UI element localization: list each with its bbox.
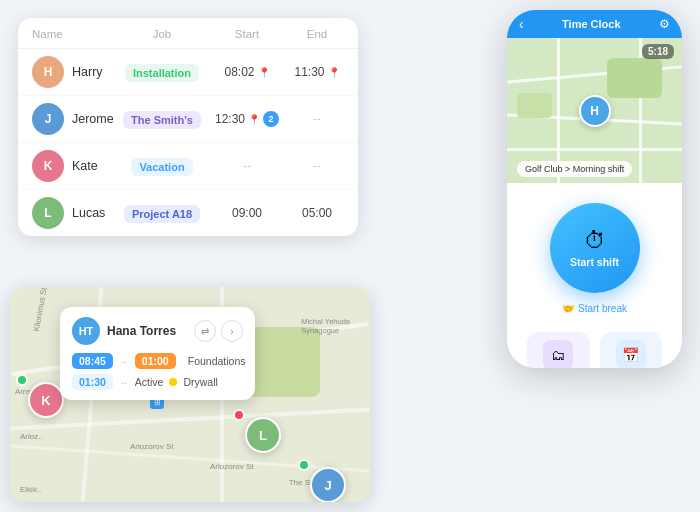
- arrow-icon: →: [119, 377, 129, 388]
- table-row: L Lucas Project A18 09:00 05:00 08:00: [18, 190, 358, 236]
- employee-name: Kate: [72, 159, 98, 173]
- start-shift-label: Start shift: [570, 256, 619, 268]
- job-cell: Vacation: [112, 157, 212, 176]
- name-cell: K Kate: [32, 150, 112, 182]
- time-tag-1: 08:45: [72, 353, 113, 369]
- phone-status-bar: ‹ Time Clock ⚙: [507, 10, 682, 38]
- start-time: 09:00: [212, 206, 282, 220]
- phone-map-area: H Golf Club > Morning shift 5:18: [507, 38, 682, 183]
- job-cell: The Smith's: [112, 110, 212, 129]
- status-dot-yellow: [169, 378, 177, 386]
- col-total: Total hours: [352, 28, 358, 40]
- back-button[interactable]: ‹: [519, 16, 524, 32]
- end-time: --: [282, 159, 352, 173]
- table-row: K Kate Vacation -- -- --: [18, 143, 358, 190]
- navigate-icon-btn[interactable]: ›: [221, 320, 243, 342]
- phone-location-label: Golf Club > Morning shift: [517, 161, 632, 177]
- phone-time-display: 5:18: [642, 44, 674, 59]
- popup-avatar: HT: [72, 317, 100, 345]
- popup-name-row: HT Hana Torres: [72, 317, 176, 345]
- phone-map-avatar: H: [579, 95, 611, 127]
- status-label: Active: [135, 376, 164, 388]
- pin-icon: 📍: [248, 114, 260, 125]
- start-break-label: Start break: [578, 303, 627, 314]
- phone-body: ⏱ Start shift 🤝 Start break 🗂 My request…: [507, 183, 682, 368]
- break-icon: 🤝: [562, 303, 574, 314]
- map-popup: HT Hana Torres ⇄ › 08:45 → 01:00 Foundat…: [60, 307, 255, 400]
- start-shift-button[interactable]: ⏱ Start shift: [550, 203, 640, 293]
- phone-shell: ‹ Time Clock ⚙ H Golf Club > Morning shi…: [507, 10, 682, 368]
- table-header: Name Job Start End Total hours: [18, 18, 358, 49]
- popup-time-row-1: 08:45 → 01:00 Foundations: [72, 353, 243, 369]
- avatar: L: [32, 197, 64, 229]
- timesheet-icon: 📅: [616, 340, 646, 368]
- my-requests-button[interactable]: 🗂 My requests: [527, 332, 590, 368]
- job-badge: Project A18: [124, 205, 200, 223]
- table-row: J Jerome The Smith's 12:30 📍 2 -- 04:12 …: [18, 96, 358, 143]
- total-hours: --: [352, 159, 358, 173]
- job-cell: Installation: [112, 63, 212, 82]
- job-badge: Installation: [125, 64, 199, 82]
- job-badge: Vacation: [131, 158, 192, 176]
- map-panel: Klionimus St Emanuel Arlozorov St Amster…: [10, 287, 370, 502]
- col-end: End: [282, 28, 352, 40]
- name-cell: H Harry: [32, 56, 112, 88]
- total-hours: 03:28: [352, 65, 358, 79]
- map-background: Klionimus St Emanuel Arlozorov St Amster…: [10, 287, 370, 502]
- phone-bottom-actions: 🗂 My requests 📅 My timesheet: [519, 332, 670, 368]
- employee-name: Lucas: [72, 206, 105, 220]
- job-cell: Project A18: [112, 204, 212, 223]
- phone-app-title: Time Clock: [562, 18, 621, 30]
- start-break-button[interactable]: 🤝 Start break: [562, 303, 627, 314]
- time-tag-3: 01:30: [72, 374, 113, 390]
- my-timesheet-button[interactable]: 📅 My timesheet: [600, 332, 663, 368]
- job-label-2: Drywall: [183, 376, 217, 388]
- avatar: H: [32, 56, 64, 88]
- start-time: --: [212, 159, 282, 173]
- total-hours: 04:12 📋: [352, 112, 358, 126]
- table-row: H Harry Installation 08:02 📍 11:30 📍 03:…: [18, 49, 358, 96]
- end-time: 05:00: [282, 206, 352, 220]
- col-name: Name: [32, 28, 112, 40]
- popup-header: HT Hana Torres ⇄ ›: [72, 317, 243, 345]
- total-hours: 08:00: [352, 206, 358, 220]
- col-job: Job: [112, 28, 212, 40]
- employee-name: Jerome: [72, 112, 114, 126]
- col-start: Start: [212, 28, 282, 40]
- end-time: --: [282, 112, 352, 126]
- start-time: 08:02 📍: [212, 65, 282, 79]
- name-cell: L Lucas: [32, 197, 112, 229]
- pin-icon: 📍: [328, 67, 340, 78]
- timer-icon: ⏱: [584, 228, 606, 254]
- avatar: K: [32, 150, 64, 182]
- time-tag-2: 01:00: [135, 353, 176, 369]
- requests-icon: 🗂: [543, 340, 573, 368]
- popup-time-row-2: 01:30 → Active Drywall: [72, 374, 243, 390]
- end-time: 11:30 📍: [282, 65, 352, 79]
- schedule-table-panel: Name Job Start End Total hours H Harry I…: [18, 18, 358, 236]
- settings-icon[interactable]: ⚙: [659, 17, 670, 31]
- start-time: 12:30 📍 2: [212, 111, 282, 127]
- share-icon-btn[interactable]: ⇄: [194, 320, 216, 342]
- name-cell: J Jerome: [32, 103, 112, 135]
- popup-person-name: Hana Torres: [107, 324, 176, 338]
- arrow-icon: →: [119, 356, 129, 367]
- phone-container: ‹ Time Clock ⚙ H Golf Club > Morning shi…: [507, 10, 682, 500]
- employee-name: Harry: [72, 65, 103, 79]
- popup-actions: ⇄ ›: [194, 320, 243, 342]
- start-shift-section: ⏱ Start shift 🤝 Start break: [519, 183, 670, 326]
- count-badge: 2: [263, 111, 279, 127]
- pin-icon: 📍: [258, 67, 270, 78]
- job-label-1: Foundations: [188, 355, 246, 367]
- job-badge: The Smith's: [123, 111, 201, 129]
- avatar: J: [32, 103, 64, 135]
